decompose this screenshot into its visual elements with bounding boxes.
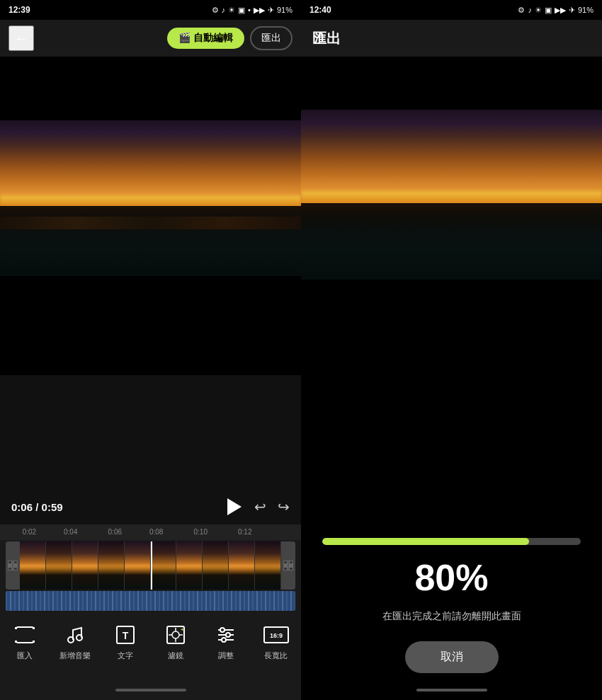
right-time: 12:40	[309, 5, 331, 15]
svg-point-34	[226, 633, 230, 637]
filter-icon: +	[163, 622, 188, 648]
svg-point-35	[222, 638, 226, 642]
video-black-top	[0, 57, 301, 120]
right-sim-icon: ▣	[545, 6, 552, 15]
svg-rect-4	[14, 568, 17, 570]
ruler-mark-0: 0:02	[23, 528, 36, 536]
timeline-area[interactable]: 0:02 0:04 0:06 0:08 0:10 0:12	[0, 524, 301, 616]
svg-text:16:9: 16:9	[270, 632, 283, 639]
cancel-button[interactable]: 取消	[405, 641, 499, 673]
audio-strip[interactable]	[6, 591, 295, 611]
time-display: 0:06 / 0:59	[11, 501, 212, 513]
ruler-mark-4: 0:10	[193, 528, 207, 536]
strip-icon-right	[281, 541, 295, 590]
progress-bar-container	[322, 538, 581, 545]
svg-rect-11	[288, 561, 289, 570]
ruler-inner: 0:02 0:04 0:06 0:08 0:10 0:12	[6, 524, 301, 538]
svg-rect-2	[8, 568, 11, 570]
tool-import[interactable]: 匯入	[6, 622, 45, 661]
left-panel: 12:39 ⚙ ♪ ☀ ▣ • ▶▶ ✈ 91% ← 🎬 自動編輯 匯出	[0, 0, 301, 700]
svg-point-24	[172, 631, 179, 638]
back-button[interactable]: ←	[8, 25, 34, 51]
import-icon	[12, 622, 38, 648]
export-button[interactable]: 匯出	[250, 26, 293, 50]
strip-frame-10	[255, 541, 281, 590]
svg-rect-1	[8, 561, 11, 563]
right-settings-icon: ⚙	[518, 6, 525, 15]
import-label: 匯入	[17, 650, 33, 661]
music-label: 新增音樂	[59, 650, 91, 661]
export-header: 匯出	[301, 20, 602, 57]
battery-icon: 91%	[277, 6, 293, 14]
export-title: 匯出	[312, 29, 341, 48]
ruler-mark-3: 0:08	[149, 528, 163, 536]
adjust-icon	[213, 622, 239, 648]
bottom-toolbar: 匯入 新增音樂 T 文字	[0, 616, 301, 680]
svg-rect-18	[33, 629, 35, 641]
signal-icon: ▶▶	[254, 6, 265, 15]
dot-icon: •	[248, 6, 251, 14]
svg-rect-12	[16, 627, 33, 643]
svg-text:+: +	[181, 626, 184, 633]
progress-message: 在匯出完成之前請勿離開此畫面	[382, 610, 521, 623]
filter-label: 濾鏡	[168, 650, 183, 661]
right-music-icon: ♪	[528, 6, 532, 14]
svg-rect-10	[290, 568, 293, 570]
redo-button[interactable]	[278, 498, 290, 515]
tool-text[interactable]: T 文字	[106, 622, 145, 661]
export-water-overlay	[301, 203, 602, 280]
strip-frame-7	[176, 541, 203, 590]
top-bar: ← 🎬 自動編輯 匯出	[0, 20, 301, 57]
progress-section: 80% 在匯出完成之前請勿離開此畫面 取消	[301, 524, 602, 680]
video-preview-area	[0, 57, 301, 489]
svg-rect-16	[33, 641, 35, 643]
video-frame	[0, 120, 301, 276]
tool-aspect[interactable]: 16:9 長寬比	[256, 622, 295, 661]
airplane-icon: ✈	[268, 6, 274, 15]
right-battery-icon: 91%	[578, 6, 594, 14]
aspect-icon-svg: 16:9	[263, 626, 289, 643]
sky-overlay	[0, 120, 301, 206]
svg-rect-17	[15, 629, 17, 641]
music-icon	[62, 622, 88, 648]
ruler-mark-5: 0:12	[238, 528, 251, 536]
tool-adjust[interactable]: 調整	[206, 622, 245, 661]
film-strip-right-icon	[283, 561, 293, 570]
svg-rect-3	[14, 561, 17, 563]
export-video-frame	[301, 110, 602, 280]
play-button[interactable]	[220, 494, 246, 520]
top-bar-center: 🎬 自動編輯 匯出	[167, 26, 293, 50]
nav-bar-right	[301, 680, 602, 700]
settings-icon: ⚙	[212, 6, 219, 15]
strip-icon-left	[6, 541, 20, 590]
sim-icon: ▣	[238, 6, 245, 15]
strip-frame-1	[20, 541, 46, 590]
strip-frame-6	[151, 541, 177, 590]
left-time: 12:39	[8, 5, 30, 15]
film-strip-left-icon	[8, 561, 18, 570]
strip-frame-9	[229, 541, 255, 590]
control-icons	[254, 498, 290, 515]
right-signal-icon: ▶▶	[555, 6, 566, 15]
svg-rect-9	[290, 561, 293, 563]
text-label: 文字	[118, 650, 133, 661]
right-panel: 12:40 ⚙ ♪ ☀ ▣ ▶▶ ✈ 91% 匯出 80% 在匯出完成之前請勿離…	[301, 0, 602, 700]
strip-frame-8	[203, 541, 229, 590]
status-bar-right: 12:40 ⚙ ♪ ☀ ▣ ▶▶ ✈ 91%	[301, 0, 602, 20]
strip-frame-5	[125, 541, 151, 590]
video-strip[interactable]	[6, 541, 295, 590]
ruler-mark-1: 0:04	[64, 528, 77, 536]
tool-music[interactable]: 新增音樂	[56, 622, 95, 661]
auto-edit-button[interactable]: 🎬 自動編輯	[167, 28, 244, 49]
tool-filter[interactable]: + 濾鏡	[156, 622, 195, 661]
svg-text:T: T	[123, 630, 129, 641]
video-black-bottom	[0, 276, 301, 375]
undo-button[interactable]	[254, 498, 266, 515]
right-airplane-icon: ✈	[569, 6, 575, 15]
sand-strip	[0, 217, 301, 229]
play-triangle-icon	[227, 498, 242, 515]
status-bar-left: 12:39 ⚙ ♪ ☀ ▣ • ▶▶ ✈ 91%	[0, 0, 301, 20]
aspect-label: 長寬比	[264, 650, 288, 661]
export-black-bottom	[301, 280, 602, 365]
nav-bar-left	[0, 680, 301, 700]
